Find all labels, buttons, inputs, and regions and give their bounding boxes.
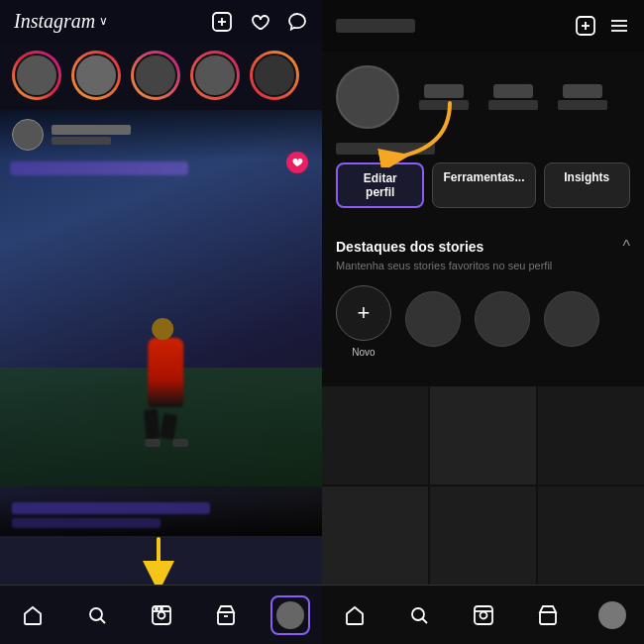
r-nav-reels[interactable] bbox=[464, 595, 503, 635]
posts-grid bbox=[322, 386, 644, 585]
tools-button[interactable]: Ferramentas... bbox=[432, 162, 535, 208]
stat-following bbox=[558, 84, 607, 110]
grid-post[interactable] bbox=[430, 486, 536, 585]
highlights-subtitle: Mantenha seus stories favoritos no seu p… bbox=[336, 260, 630, 271]
orange-arrow bbox=[366, 98, 455, 167]
svg-point-17 bbox=[412, 608, 424, 620]
svg-line-18 bbox=[422, 618, 427, 623]
left-header: Instagram ∨ bbox=[0, 0, 322, 43]
messenger-icon[interactable] bbox=[286, 11, 308, 33]
r-profile-thumb bbox=[598, 601, 626, 629]
post-user-avatar bbox=[12, 119, 44, 151]
profile-section: Editar perfil Ferramentas... Insights bbox=[322, 52, 644, 238]
r-nav-home[interactable] bbox=[335, 595, 375, 635]
story-item[interactable] bbox=[250, 51, 299, 102]
post-area bbox=[0, 110, 322, 536]
right-panel: Editar perfil Ferramentas... Insights De… bbox=[322, 0, 644, 644]
add-icon[interactable] bbox=[211, 11, 233, 33]
nav-shop[interactable] bbox=[206, 595, 246, 635]
highlights-section: Destaques dos stories ^ Mantenha seus st… bbox=[322, 238, 644, 358]
highlight-item-2[interactable] bbox=[475, 291, 530, 353]
heart-icon[interactable] bbox=[249, 11, 270, 33]
highlight-new[interactable]: + Novo bbox=[336, 285, 391, 358]
svg-point-8 bbox=[156, 607, 158, 609]
menu-lines-icon[interactable] bbox=[608, 15, 630, 37]
right-header bbox=[322, 0, 644, 52]
grid-post[interactable] bbox=[538, 486, 644, 585]
action-buttons: Editar perfil Ferramentas... Insights bbox=[336, 162, 630, 208]
svg-point-20 bbox=[480, 611, 486, 618]
nav-profile[interactable] bbox=[270, 595, 310, 635]
grid-post[interactable] bbox=[322, 486, 428, 585]
post-header bbox=[0, 110, 322, 160]
insights-button[interactable]: Insights bbox=[544, 162, 630, 208]
nav-reels[interactable] bbox=[142, 595, 181, 635]
stories-row bbox=[0, 43, 322, 110]
highlights-title: Destaques dos stories bbox=[336, 239, 483, 255]
edit-profile-button[interactable]: Editar perfil bbox=[336, 162, 424, 208]
r-nav-shop[interactable] bbox=[528, 595, 568, 635]
post-background bbox=[0, 110, 322, 536]
instagram-logo: Instagram ∨ bbox=[14, 10, 108, 33]
highlights-header: Destaques dos stories ^ bbox=[336, 238, 630, 256]
left-panel: Instagram ∨ bbox=[0, 0, 322, 644]
r-nav-search[interactable] bbox=[399, 595, 439, 635]
stat-followers bbox=[488, 84, 538, 110]
new-highlight-label: Novo bbox=[352, 347, 375, 358]
yellow-arrow bbox=[129, 537, 188, 587]
nav-search[interactable] bbox=[77, 595, 117, 635]
story-item[interactable] bbox=[12, 51, 61, 102]
r-nav-profile[interactable] bbox=[592, 595, 632, 635]
svg-point-9 bbox=[161, 607, 162, 609]
story-item[interactable] bbox=[190, 51, 240, 102]
grid-post[interactable] bbox=[430, 386, 536, 484]
story-item[interactable] bbox=[131, 51, 180, 102]
header-icons bbox=[211, 11, 308, 33]
highlights-row: + Novo bbox=[336, 285, 630, 358]
right-bottom-nav bbox=[322, 585, 644, 644]
svg-point-3 bbox=[90, 608, 102, 620]
highlights-collapse-icon[interactable]: ^ bbox=[622, 238, 630, 256]
like-button[interactable] bbox=[286, 152, 308, 173]
post-user-info bbox=[52, 125, 131, 145]
highlight-item-3[interactable] bbox=[544, 291, 599, 353]
logo-chevron[interactable]: ∨ bbox=[99, 14, 108, 29]
profile-thumb bbox=[276, 601, 304, 629]
story-item[interactable] bbox=[71, 51, 121, 102]
svg-rect-19 bbox=[475, 606, 492, 624]
post-caption-area bbox=[0, 494, 322, 536]
grid-post[interactable] bbox=[322, 386, 428, 484]
grid-post[interactable] bbox=[538, 386, 644, 484]
svg-point-6 bbox=[158, 611, 164, 618]
nav-home[interactable] bbox=[13, 595, 53, 635]
svg-line-4 bbox=[100, 618, 105, 623]
new-highlight-button[interactable]: + bbox=[336, 285, 391, 341]
highlight-item-1[interactable] bbox=[405, 291, 461, 353]
right-username-bar bbox=[336, 19, 415, 33]
right-header-icons bbox=[575, 15, 630, 37]
left-bottom-nav bbox=[0, 585, 322, 644]
add-post-icon[interactable] bbox=[575, 15, 596, 37]
